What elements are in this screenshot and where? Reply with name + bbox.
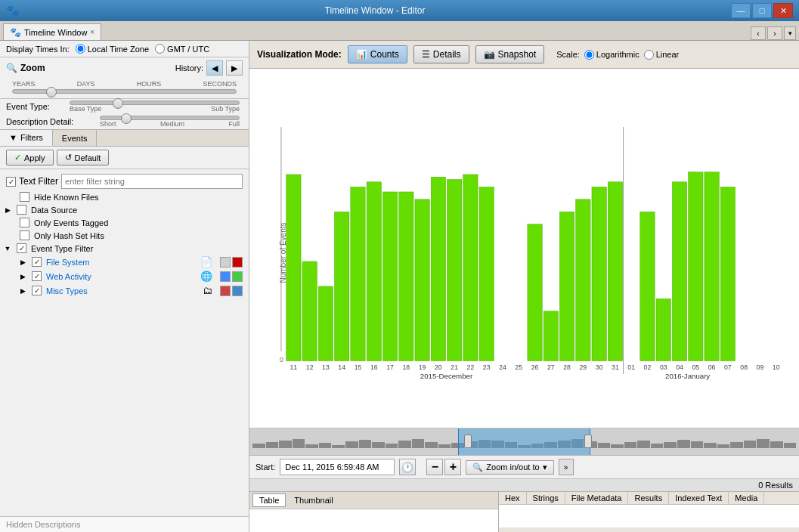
data-source-expand[interactable]: ▶ [3, 206, 12, 215]
start-date-input[interactable] [280, 459, 395, 475]
misc-types-checkbox[interactable] [32, 286, 42, 295]
time-unit-labels: YEARS DAYS HOURS SECONDS [12, 80, 237, 88]
hex-tab[interactable]: Hex [499, 492, 527, 504]
data-source-item: ▶ Data Source [0, 203, 249, 216]
svg-rect-13 [463, 175, 478, 361]
svg-text:18: 18 [402, 363, 410, 371]
indexed-text-tab[interactable]: Indexed Text [669, 492, 729, 504]
svg-text:24: 24 [499, 363, 506, 371]
media-tab[interactable]: Media [729, 492, 764, 504]
timeline-scrubber[interactable] [249, 428, 799, 456]
svg-text:2016-January: 2016-January [665, 372, 710, 380]
table-tab[interactable]: Table [252, 493, 286, 507]
file-system-label: File System [46, 258, 196, 267]
history-back-button[interactable]: ◀ [206, 60, 223, 76]
svg-text:22: 22 [467, 363, 475, 371]
text-filter-checkbox[interactable] [6, 177, 16, 187]
history-forward-button[interactable]: ▶ [226, 60, 243, 76]
svg-rect-3 [302, 261, 317, 361]
web-activity-expand[interactable]: ▶ [18, 272, 27, 281]
zoom-in-out-button[interactable]: 🔍 Zoom in/out to ▾ [466, 460, 553, 475]
only-events-tagged-checkbox[interactable] [20, 218, 29, 227]
hide-known-files-label: Hide Known Files [34, 193, 99, 202]
gmt-label: GMT / UTC [167, 45, 209, 54]
tab-close-button[interactable]: × [90, 28, 94, 36]
thumbnail-tab[interactable]: Thumbnail [287, 493, 339, 507]
details-button[interactable]: ☰ Details [413, 45, 469, 63]
gmt-radio[interactable] [155, 44, 165, 54]
svg-text:23: 23 [483, 363, 491, 371]
web-activity-checkbox[interactable] [32, 271, 42, 281]
event-type-filter-expand[interactable]: ▼ [3, 244, 12, 253]
only-events-tagged-label: Only Events Tagged [34, 218, 108, 227]
tab-nav-forward[interactable]: › [767, 26, 782, 40]
zoom-buttons: − + [426, 459, 461, 475]
logarithmic-option[interactable]: Logarithmic [584, 50, 640, 60]
event-type-slider[interactable] [70, 101, 240, 105]
tab-nav-back[interactable]: ‹ [751, 26, 766, 40]
svg-text:26: 26 [531, 363, 539, 371]
scrubber-handle-right[interactable] [584, 435, 592, 448]
base-type-label: Base Type [70, 105, 101, 113]
tab-bar: 🐾 Timeline Window × ‹ › ▾ [0, 21, 799, 41]
svg-text:27: 27 [547, 363, 555, 371]
zoom-out-button[interactable]: − [426, 459, 443, 475]
time-units-slider[interactable] [12, 89, 237, 94]
svg-text:29: 29 [580, 363, 587, 371]
event-type-slider-container: Base Type Sub Type [67, 101, 243, 113]
misc-types-expand[interactable]: ▶ [18, 286, 27, 295]
file-system-checkbox[interactable] [32, 257, 42, 267]
zoom-in-button[interactable]: + [444, 459, 461, 475]
text-filter-input[interactable] [61, 174, 243, 189]
svg-text:30: 30 [596, 363, 603, 371]
description-detail-row: Description Detail: Short Medium Full [0, 114, 249, 129]
tab-nav-dropdown[interactable]: ▾ [784, 26, 796, 40]
hide-known-files-item: Hide Known Files [0, 190, 249, 203]
linear-radio[interactable] [644, 50, 654, 60]
left-tab-bar: Table Thumbnail [249, 492, 498, 509]
svg-rect-18 [576, 200, 590, 361]
linear-option[interactable]: Linear [644, 50, 680, 60]
only-events-tagged-item: Only Events Tagged [0, 216, 249, 229]
file-metadata-tab[interactable]: File Metadata [565, 492, 629, 504]
svg-text:25: 25 [515, 363, 522, 371]
apply-icon: ✓ [14, 153, 21, 162]
tab-filters[interactable]: ▼ Filters [0, 130, 53, 146]
logarithmic-label: Logarithmic [596, 50, 640, 59]
zoom-label: 🔍 Zoom [6, 63, 45, 73]
data-source-checkbox[interactable] [17, 205, 26, 215]
timeline-window-tab[interactable]: 🐾 Timeline Window × [3, 23, 101, 40]
maximize-button[interactable]: □ [752, 3, 772, 18]
tab-events[interactable]: Events [53, 130, 98, 146]
default-button[interactable]: ↺ Default [57, 150, 110, 165]
snapshot-camera-icon: 📷 [484, 49, 495, 60]
svg-text:16: 16 [370, 363, 378, 371]
logarithmic-radio[interactable] [584, 50, 594, 60]
results-tab[interactable]: Results [628, 492, 669, 504]
clock-icon-button[interactable]: 🕐 [399, 459, 416, 475]
local-timezone-option[interactable]: Local Time Zone [76, 44, 149, 54]
apply-button[interactable]: ✓ Apply [6, 150, 54, 165]
event-type-filter-checkbox[interactable] [17, 243, 26, 253]
description-detail-slider[interactable] [100, 116, 240, 120]
close-button[interactable]: ✕ [773, 3, 793, 18]
svg-rect-15 [528, 224, 542, 361]
days-label: DAYS [77, 80, 95, 88]
hidden-descriptions: Hidden Descriptions [0, 516, 249, 532]
minimize-button[interactable]: — [731, 3, 751, 18]
file-system-expand[interactable]: ▶ [18, 258, 27, 267]
expand-button[interactable]: » [559, 459, 574, 475]
bar-chart: 0 11121314151617181920212223242526272829… [280, 75, 791, 428]
strings-tab[interactable]: Strings [527, 492, 565, 504]
only-hash-set-hits-checkbox[interactable] [20, 230, 29, 240]
zoom-header: 🔍 Zoom History: ◀ ▶ [6, 60, 243, 76]
gmt-option[interactable]: GMT / UTC [155, 44, 209, 54]
snapshot-button[interactable]: 📷 Snapshot [475, 45, 545, 63]
web-activity-color2 [232, 271, 243, 282]
svg-text:08: 08 [740, 363, 748, 371]
only-hash-set-hits-item: Only Hash Set Hits [0, 229, 249, 242]
counts-button[interactable]: 📊 Counts [348, 45, 407, 63]
hide-known-files-checkbox[interactable] [20, 192, 29, 202]
local-timezone-radio[interactable] [76, 44, 85, 54]
scrubber-handle-left[interactable] [464, 435, 472, 448]
